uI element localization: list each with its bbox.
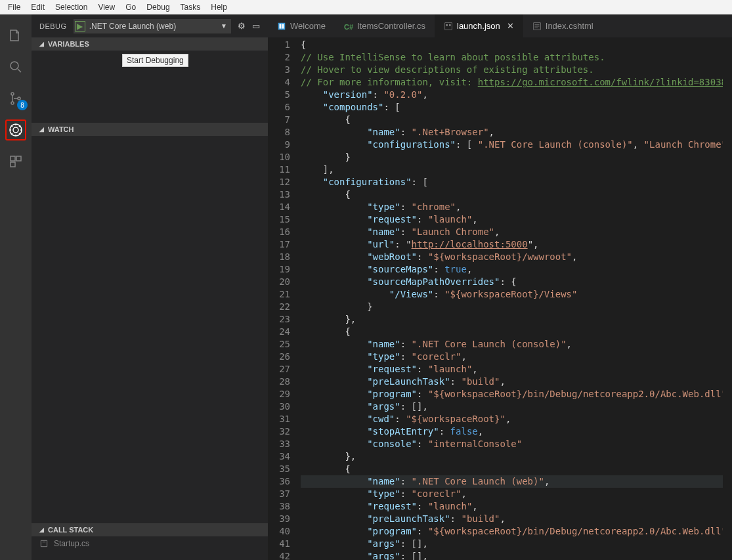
tab-welcome[interactable]: Welcome: [268, 14, 335, 37]
debug-sidebar: DEBUG ▶ .NET Core Launch (web) ▼ ⚙ ▭ Sta…: [32, 14, 268, 560]
launch-config-name: .NET Core Launch (web): [89, 22, 217, 31]
tab-itemscontroller-cs[interactable]: C#ItemsController.cs: [335, 14, 435, 37]
menubar: FileEditSelectionViewGoDebugTasksHelp: [0, 0, 732, 14]
scm-badge: 8: [17, 100, 28, 110]
launch-config-dropdown[interactable]: ▶ .NET Core Launch (web) ▼: [74, 19, 231, 33]
twistie-icon: ◢: [39, 527, 44, 533]
editor-area: WelcomeC#ItemsController.cslaunch.json✕I…: [268, 14, 732, 560]
start-debugging-icon[interactable]: ▶: [75, 21, 85, 32]
gear-icon[interactable]: ⚙: [238, 21, 246, 31]
menu-go[interactable]: Go: [120, 3, 141, 12]
extensions-icon[interactable]: [0, 146, 32, 177]
editor-tabs: WelcomeC#ItemsController.cslaunch.json✕I…: [268, 14, 732, 37]
svg-point-0: [11, 62, 18, 70]
menu-selection[interactable]: Selection: [50, 3, 93, 12]
menu-tasks[interactable]: Tasks: [175, 3, 206, 12]
svg-point-2: [11, 102, 14, 104]
svg-rect-11: [449, 24, 450, 26]
chevron-down-icon: ▼: [221, 22, 227, 30]
tooltip: Start Debugging: [122, 54, 188, 67]
tab-index-cshtml[interactable]: Index.cshtml: [523, 14, 603, 37]
explorer-icon[interactable]: [0, 20, 32, 51]
svg-rect-10: [446, 24, 448, 26]
scrollbar[interactable]: [723, 37, 732, 560]
svg-point-5: [13, 127, 18, 133]
code-content[interactable]: {// Use IntelliSense to learn about poss…: [301, 37, 723, 560]
tab-label: Welcome: [290, 21, 326, 31]
callstack-item[interactable]: Startup.cs: [32, 536, 268, 551]
menu-file[interactable]: File: [3, 3, 26, 12]
svg-rect-8: [11, 162, 15, 167]
menu-view[interactable]: View: [93, 3, 120, 12]
close-icon[interactable]: ✕: [507, 21, 514, 31]
debug-title: DEBUG: [39, 22, 67, 30]
menu-edit[interactable]: Edit: [26, 3, 50, 12]
activitybar: 8: [0, 14, 32, 560]
welcome-icon: [277, 22, 286, 31]
cshtml-icon: [532, 22, 542, 31]
svg-rect-6: [11, 156, 15, 161]
watch-header[interactable]: ◢WATCH: [32, 123, 268, 136]
tab-launch-json[interactable]: launch.json✕: [435, 14, 523, 37]
tab-label: Index.cshtml: [546, 21, 593, 31]
line-numbers: 1234567891011121314151617181920212223242…: [268, 37, 301, 560]
json-icon: [444, 22, 453, 31]
svg-point-1: [11, 93, 14, 95]
twistie-icon: ◢: [39, 41, 44, 47]
source-control-icon[interactable]: 8: [0, 83, 32, 114]
tab-label: launch.json: [457, 21, 500, 31]
debug-icon[interactable]: [5, 119, 26, 140]
search-icon[interactable]: [0, 51, 32, 83]
variables-header[interactable]: ◢VARIABLES: [32, 37, 268, 51]
svg-rect-9: [445, 22, 452, 30]
code-editor[interactable]: 1234567891011121314151617181920212223242…: [268, 37, 732, 560]
tab-label: ItemsController.cs: [357, 21, 425, 31]
svg-point-3: [18, 97, 20, 100]
debug-console-icon[interactable]: ▭: [252, 21, 260, 31]
menu-help[interactable]: Help: [205, 3, 232, 12]
svg-rect-7: [16, 156, 21, 161]
twistie-icon: ◢: [39, 126, 44, 133]
menu-debug[interactable]: Debug: [141, 3, 175, 12]
callstack-header[interactable]: ◢CALL STACK: [32, 523, 268, 536]
cs-icon: C#: [344, 22, 353, 31]
